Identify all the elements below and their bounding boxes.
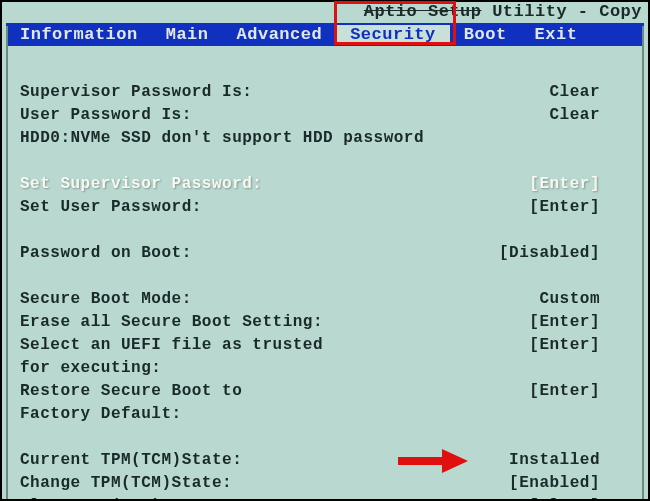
svg-rect-0	[398, 457, 446, 465]
erase-secure-boot-label: Erase all Secure Boot Setting:	[20, 311, 323, 334]
select-uefi-file-label-1: Select an UEFI file as trusted	[20, 334, 323, 357]
clear-tpm[interactable]: Clear TPM(TCM): [Clear]	[20, 495, 630, 501]
password-on-boot[interactable]: Password on Boot: [Disabled]	[20, 242, 630, 265]
password-on-boot-value: [Disabled]	[499, 242, 630, 265]
tab-security[interactable]: Security	[336, 25, 450, 44]
restore-secure-boot[interactable]: Restore Secure Boot to [Enter]	[20, 380, 630, 403]
tab-main[interactable]: Main	[152, 25, 223, 44]
arrow-icon	[398, 449, 468, 473]
current-tpm-state-value: Installed	[509, 449, 630, 472]
hdd0-message: HDD0:NVMe SSD don't support HDD password	[20, 127, 630, 150]
change-tpm-state-label: Change TPM(TCM)State:	[20, 472, 232, 495]
restore-secure-boot-value: [Enter]	[529, 380, 630, 403]
clear-tpm-label: Clear TPM(TCM):	[20, 495, 172, 501]
erase-secure-boot[interactable]: Erase all Secure Boot Setting: [Enter]	[20, 311, 630, 334]
select-uefi-file-cont: for executing:	[20, 357, 630, 380]
set-supervisor-password[interactable]: Set Supervisor Password: [Enter]	[20, 173, 630, 196]
current-tpm-state-label: Current TPM(TCM)State:	[20, 449, 242, 472]
change-tpm-state[interactable]: Change TPM(TCM)State: [Enabled]	[20, 472, 630, 495]
restore-secure-boot-label-1: Restore Secure Boot to	[20, 380, 242, 403]
set-user-password-value: [Enter]	[529, 196, 630, 219]
secure-boot-mode-label: Secure Boot Mode:	[20, 288, 192, 311]
set-supervisor-password-value: [Enter]	[529, 173, 630, 196]
restore-secure-boot-label-2: Factory Default:	[20, 403, 182, 426]
tab-exit[interactable]: Exit	[521, 25, 592, 44]
clear-tpm-value: [Clear]	[529, 495, 630, 501]
utility-title: Aptio Setup Utility - Copy	[0, 0, 650, 21]
set-user-password[interactable]: Set User Password: [Enter]	[20, 196, 630, 219]
erase-secure-boot-value: [Enter]	[529, 311, 630, 334]
user-password-value: Clear	[549, 104, 630, 127]
secure-boot-mode[interactable]: Secure Boot Mode: Custom	[20, 288, 630, 311]
select-uefi-file-label-2: for executing:	[20, 357, 161, 380]
supervisor-password-row: Supervisor Password Is: Clear	[20, 81, 630, 104]
supervisor-password-label: Supervisor Password Is:	[20, 81, 252, 104]
user-password-row: User Password Is: Clear	[20, 104, 630, 127]
user-password-label: User Password Is:	[20, 104, 192, 127]
select-uefi-file[interactable]: Select an UEFI file as trusted [Enter]	[20, 334, 630, 357]
set-user-password-label: Set User Password:	[20, 196, 202, 219]
password-on-boot-label: Password on Boot:	[20, 242, 192, 265]
tab-boot[interactable]: Boot	[450, 25, 521, 44]
current-tpm-state: Current TPM(TCM)State: Installed	[20, 449, 630, 472]
supervisor-password-value: Clear	[549, 81, 630, 104]
select-uefi-file-value: [Enter]	[529, 334, 630, 357]
menu-bar: Information Main Advanced Security Boot …	[6, 23, 644, 46]
set-supervisor-password-label: Set Supervisor Password:	[20, 173, 262, 196]
tab-advanced[interactable]: Advanced	[223, 25, 337, 44]
tab-information[interactable]: Information	[6, 25, 152, 44]
secure-boot-mode-value: Custom	[539, 288, 630, 311]
bios-content: Supervisor Password Is: Clear User Passw…	[0, 46, 650, 501]
change-tpm-state-value: [Enabled]	[509, 472, 630, 495]
restore-secure-boot-cont: Factory Default:	[20, 403, 630, 426]
